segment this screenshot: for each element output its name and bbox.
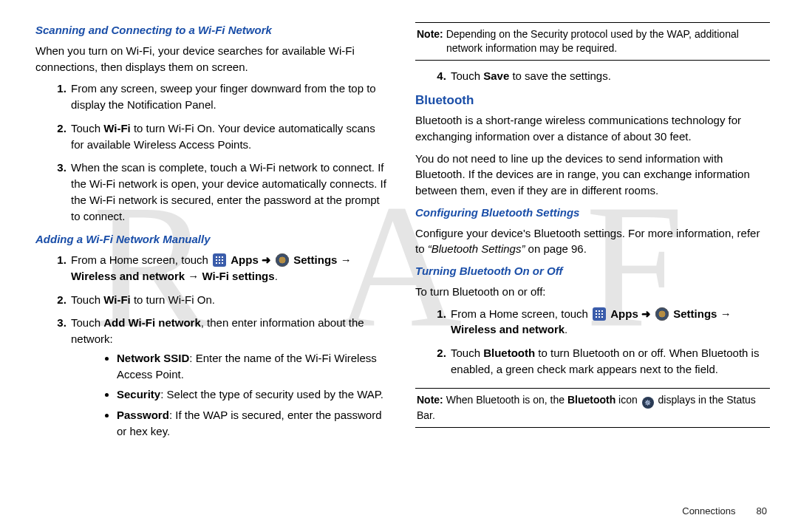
scan-step-1: From any screen, sweep your finger downw… (69, 81, 390, 113)
scan-step-2: Touch Wi-Fi to turn Wi-Fi On. Your devic… (69, 120, 390, 153)
note-wap: Note: Depending on the Security protocol… (415, 22, 770, 61)
bt-para-2: You do not need to line up the devices t… (415, 151, 770, 199)
t: Touch (71, 316, 103, 329)
page-columns: Scanning and Connecting to a Wi-Fi Netwo… (0, 0, 798, 502)
note-label: Note: (417, 28, 443, 40)
add-bullets: Network SSID: Enter the name of the Wi-F… (71, 350, 390, 440)
bullet-password: Password: If the WAP is secured, enter t… (117, 407, 390, 440)
t: Touch (71, 122, 103, 134)
scan-steps: From any screen, sweep your finger downw… (35, 81, 390, 224)
heading-scanning: Scanning and Connecting to a Wi-Fi Netwo… (35, 22, 390, 38)
turn-step-2: Touch Bluetooth to turn Bluetooth on or … (449, 345, 770, 378)
apps-label: Apps (231, 253, 259, 266)
bluetooth-bold: Bluetooth (483, 347, 535, 359)
t: From a Home screen, touch (451, 307, 591, 320)
ref-bt-settings: “Bluetooth Settings” (428, 242, 525, 255)
bt-para-1: Bluetooth is a short-range wireless comm… (415, 112, 770, 145)
t: . (275, 270, 278, 282)
turn-step-1: From a Home screen, touch Apps ➜ Setting… (449, 306, 770, 338)
t: to turn Wi-Fi On. (131, 293, 215, 306)
add-step-3: Touch Add Wi-Fi network, then enter info… (69, 315, 390, 439)
config-bt-para: Configure your device's Bluetooth settin… (415, 225, 770, 258)
apps-icon (213, 253, 226, 267)
add-steps: From a Home screen, touch Apps ➜ Setting… (35, 252, 390, 440)
footer-page-number: 80 (757, 505, 767, 519)
t: . (565, 323, 567, 335)
add-wifi-bold: Add Wi-Fi network (103, 316, 201, 329)
save-bold: Save (483, 69, 509, 82)
turn-intro: To turn Bluetooth on or off: (415, 284, 770, 300)
wifi-bold: Wi-Fi (103, 293, 131, 306)
note-label: Note: (417, 394, 443, 406)
wifi-bold: Wi-Fi (103, 122, 131, 134)
save-steps: Touch Save to save the settings. (415, 68, 770, 84)
note-bt-statusbar: Note: When Bluetooth is on, the Bluetoot… (415, 388, 770, 428)
t: From a Home screen, touch (71, 253, 211, 266)
bluetooth-bold: Bluetooth (567, 394, 615, 406)
b: Network SSID (117, 352, 189, 364)
t: Depending on the Security protocol used … (443, 28, 739, 40)
b: Security (117, 388, 160, 400)
add-step-2: Touch Wi-Fi to turn Wi-Fi On. (69, 292, 390, 308)
bluetooth-icon: ✵ (642, 397, 654, 409)
t: to save the settings. (509, 69, 611, 82)
t: on page 96. (525, 242, 586, 255)
settings-label: Settings (673, 307, 717, 320)
heading-add-wifi: Adding a Wi-Fi Network Manually (35, 231, 390, 248)
settings-icon (276, 253, 289, 267)
apps-icon (593, 307, 606, 321)
turn-steps: From a Home screen, touch Apps ➜ Setting… (415, 306, 770, 378)
note-line2: network information may be required. (417, 41, 768, 55)
heading-turn-bt: Turning Bluetooth On or Off (415, 263, 770, 279)
footer-section: Connections (682, 505, 735, 519)
settings-label: Settings (293, 253, 337, 266)
heading-bluetooth: Bluetooth (415, 92, 770, 110)
b: Password (117, 409, 169, 421)
page-footer: Connections 80 (682, 505, 767, 519)
save-step-4: Touch Save to save the settings. (449, 68, 770, 84)
t: Touch (451, 69, 483, 82)
scan-step-3: When the scan is complete, touch a Wi-Fi… (69, 160, 390, 224)
t: When Bluetooth is on, the (443, 394, 567, 406)
t: Touch (71, 293, 103, 306)
t: icon (615, 394, 640, 406)
heading-config-bt: Configuring Bluetooth Settings (415, 205, 770, 221)
arrow-icon: ➜ (641, 307, 654, 320)
t: : Select the type of security used by th… (160, 388, 383, 400)
scan-intro: When you turn on Wi-Fi, your device sear… (35, 43, 390, 75)
bullet-security: Security: Select the type of security us… (117, 386, 390, 403)
t: Touch (451, 347, 483, 359)
add-step-1: From a Home screen, touch Apps ➜ Setting… (69, 252, 390, 284)
arrow-icon: ➜ (262, 253, 274, 266)
settings-icon (655, 307, 669, 321)
bullet-ssid: Network SSID: Enter the name of the Wi-F… (117, 350, 390, 383)
apps-label: Apps (610, 307, 638, 320)
right-column: Note: Depending on the Security protocol… (415, 22, 770, 495)
left-column: Scanning and Connecting to a Wi-Fi Netwo… (35, 22, 390, 495)
